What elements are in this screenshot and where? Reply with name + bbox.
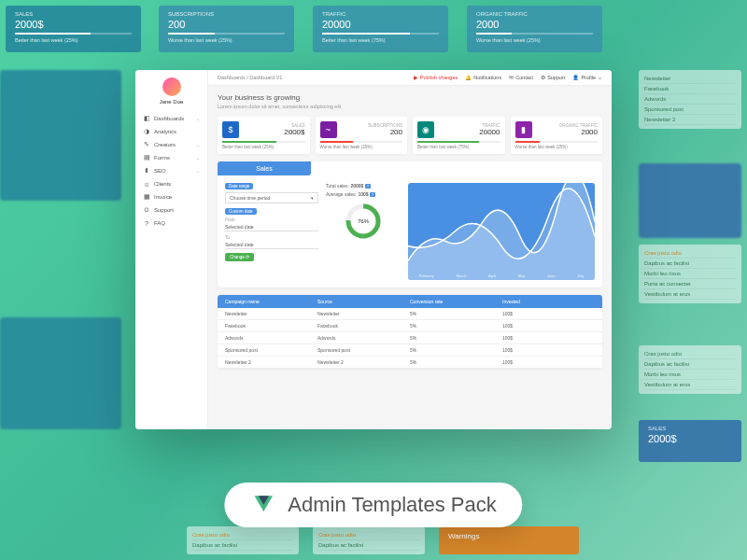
sales-panel: Sales Date range Choose time period▾ Cus…	[218, 161, 602, 287]
stat-card-organic: ▮ORGANIC TRAFFIC2000 Worse than last wee…	[511, 117, 603, 154]
caret-icon: ▾	[311, 195, 314, 201]
bell-icon: 🔔	[465, 75, 472, 80]
bg-lorem-list-2: Cras justo odio Dapibus ac facilisi Morb…	[639, 345, 741, 394]
page-title: Your business is growing	[218, 93, 602, 102]
stat-row: $SALES2000$ Better than last week (25%) …	[218, 117, 602, 154]
nav-forms[interactable]: ▤Forms⌄	[135, 151, 207, 164]
breadcrumb[interactable]: Dashboards / Dashboard V1	[218, 75, 282, 80]
bg-stat-card-organic: ORGANIC TRAFFIC 2000 Worse than last wee…	[467, 6, 602, 52]
bg-bottom-list-2: Cras justo odio Dapibus ac facilisi	[313, 526, 425, 554]
clients-icon: ☺	[143, 180, 150, 188]
question-icon: ?	[143, 219, 150, 227]
analytics-icon: ◑	[143, 128, 150, 135]
chevron-down-icon: ⌄	[196, 142, 200, 147]
username: Jane Doe	[135, 99, 207, 105]
nav-dashboards[interactable]: ◧Dashboards⌄	[135, 112, 207, 125]
bg-blue-panel	[639, 163, 741, 238]
sales-line-chart: FebruaryMarchAprilMayJuneJuly	[408, 183, 595, 280]
nav-clients[interactable]: ☺Clients	[135, 177, 207, 190]
custom-date-pill[interactable]: Custom date	[225, 208, 257, 215]
bg-map-panel	[0, 70, 121, 201]
invoice-icon: ▦	[143, 193, 150, 201]
total-sales: Total sales: 2000$ ?	[326, 183, 401, 189]
pack-title: Admin Templates Pack	[288, 493, 496, 517]
profile-link[interactable]: 👤Profile⌄	[572, 75, 602, 80]
avg-sales: Average sales: 100$ ?	[326, 191, 401, 197]
avatar[interactable]	[162, 77, 181, 96]
table-header: Campaign nameSourceConversion rateInvest…	[218, 295, 602, 308]
nav-support[interactable]: ⊙Support	[135, 203, 207, 217]
chevron-down-icon: ⌄	[598, 75, 602, 80]
bg-bottom-list-1: Cras justo odio Dapibus ac facilisi	[187, 526, 299, 554]
chevron-down-icon: ⌄	[196, 155, 200, 161]
chevron-down-icon: ⌄	[196, 116, 200, 121]
bars-icon: ▮	[515, 121, 532, 138]
support-link[interactable]: ⚙Support	[541, 75, 565, 80]
main-content: Dashboards / Dashboard V1 ▶Publish chang…	[208, 70, 612, 429]
sidebar: Jane Doe ◧Dashboards⌄ ◑Analytics ✎Creato…	[135, 70, 208, 429]
nav-invoice[interactable]: ▦Invoice	[135, 190, 207, 203]
stat-card-sales: $SALES2000$ Better than last week (25%)	[218, 117, 310, 154]
pencil-icon: ✎	[143, 141, 150, 148]
to-date-input[interactable]: Selected date	[225, 241, 318, 249]
bg-campaign-list: Newsletter Facebook Adwords Sponsored po…	[639, 70, 741, 129]
change-button[interactable]: Change ⟳	[225, 253, 254, 261]
sales-title: Sales	[218, 161, 311, 175]
publish-link[interactable]: ▶Publish changes	[414, 75, 458, 80]
mail-icon: ✉	[509, 75, 514, 80]
dashboard-icon: ◧	[143, 115, 150, 122]
bg-lorem-list: Cras justo odio Dapibus ac facilisi Morb…	[639, 245, 741, 303]
campaign-table: Campaign nameSourceConversion rateInvest…	[218, 295, 602, 369]
topbar: Dashboards / Dashboard V1 ▶Publish chang…	[208, 70, 612, 86]
bg-stat-card-sales: SALES 2000$ Better than last week (25%)	[6, 6, 141, 52]
stat-card-traffic: ◉TRAFFIC20000 Better than last week (75%…	[413, 117, 505, 154]
table-row[interactable]: NewsletterNewsletter5%100$	[218, 308, 602, 320]
from-date-input[interactable]: Selected date	[225, 223, 318, 231]
dollar-icon: $	[222, 121, 239, 138]
vue-logo-icon	[250, 492, 276, 518]
table-row[interactable]: FacebookFacebook5%100$	[218, 320, 602, 332]
date-range-pill[interactable]: Date range	[225, 183, 253, 189]
notifications-link[interactable]: 🔔Notifications	[465, 75, 501, 80]
youtube-icon: ▶	[414, 75, 418, 80]
nav-seo[interactable]: ⬍SEO⌄	[135, 164, 207, 177]
contact-link[interactable]: ✉Contact	[509, 75, 533, 80]
chevron-down-icon: ⌄	[196, 168, 200, 174]
period-select[interactable]: Choose time period▾	[225, 192, 318, 203]
seo-icon: ⬍	[143, 167, 150, 175]
dashboard-window: Jane Doe ◧Dashboards⌄ ◑Analytics ✎Creato…	[135, 70, 612, 429]
bg-mini-stat: SALES 2000$	[639, 420, 741, 462]
nav-creators[interactable]: ✎Creators⌄	[135, 138, 207, 151]
page-subtitle: Lorem ipsum dolor sit amet, consectetur …	[218, 104, 602, 109]
title-pill: Admin Templates Pack	[224, 483, 522, 527]
bg-barchart-panel	[0, 317, 121, 429]
nav-analytics[interactable]: ◑Analytics	[135, 125, 207, 138]
gear-icon: ⚙	[541, 75, 545, 80]
table-row[interactable]: Sponsored postSponsored post5%100$	[218, 344, 602, 357]
table-row[interactable]: Newsletter 2Newsletter 25%100$	[218, 357, 602, 369]
bg-stat-card-traffic: TRAFFIC 20000 Better than last week (75%…	[313, 6, 448, 52]
user-icon: 👤	[572, 75, 579, 80]
bg-warnings: Warnings	[439, 526, 579, 554]
bg-stat-card-subs: SUBSCRIPTIONS 200 Worse than last week (…	[159, 6, 294, 52]
stat-card-subs: ~SUBSCRIPTIONS200 Worse than last week (…	[316, 117, 408, 154]
target-icon: ◉	[417, 121, 434, 138]
chart-icon: ~	[320, 121, 337, 138]
nav-faq[interactable]: ?FAQ	[135, 217, 207, 230]
support-icon: ⊙	[143, 206, 150, 214]
forms-icon: ▤	[143, 154, 150, 161]
table-row[interactable]: AdwordsAdwords5%100$	[218, 332, 602, 344]
donut-chart: 76%	[345, 203, 382, 240]
